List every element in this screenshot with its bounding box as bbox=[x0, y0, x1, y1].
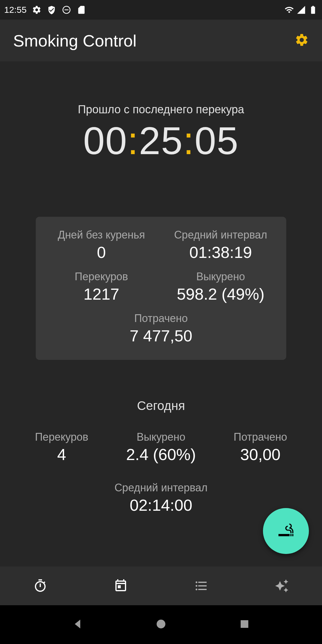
stat-label: Потрачено bbox=[48, 312, 274, 325]
log-smoke-fab[interactable] bbox=[263, 508, 309, 554]
smoking-icon bbox=[277, 522, 295, 540]
elapsed-timer: 00:25:05 bbox=[78, 118, 244, 163]
sd-status-icon bbox=[77, 5, 86, 15]
gear-icon bbox=[295, 33, 309, 47]
triangle-back-icon bbox=[71, 617, 84, 631]
main-content: Прошло с последнего перекура 00:25:05 Дн… bbox=[0, 61, 322, 566]
stat-value: 1217 bbox=[48, 285, 155, 303]
stat-value: 598.2 (49%) bbox=[167, 285, 274, 303]
stat-smoked: Выкурено 598.2 (49%) bbox=[167, 270, 274, 303]
stat-value: 02:14:00 bbox=[12, 496, 310, 514]
stat-label: Средний интервал bbox=[167, 229, 274, 241]
stat-value: 30,00 bbox=[211, 445, 310, 464]
stopwatch-icon bbox=[33, 579, 47, 593]
settings-button[interactable] bbox=[295, 33, 309, 48]
stat-label: Потрачено bbox=[211, 431, 310, 443]
system-nav bbox=[0, 605, 322, 644]
app-title: Smoking Control bbox=[13, 31, 137, 50]
elapsed-hh: 00 bbox=[83, 119, 128, 162]
elapsed-ss: 05 bbox=[194, 119, 239, 162]
svg-rect-1 bbox=[241, 620, 248, 628]
today-section: Сегодня Перекуров 4 Выкурено 2.4 (60%) П… bbox=[12, 399, 310, 514]
sparkle-chart-icon bbox=[275, 579, 289, 593]
stat-label: Дней без куренья bbox=[48, 229, 155, 241]
circle-status-icon bbox=[62, 5, 71, 15]
stat-label: Перекуров bbox=[48, 270, 155, 283]
stat-value: 4 bbox=[12, 445, 111, 464]
colon: : bbox=[183, 119, 194, 162]
elapsed-label: Прошло с последнего перекура bbox=[78, 103, 244, 116]
circle-home-icon bbox=[154, 617, 168, 631]
stat-value: 7 477,50 bbox=[48, 326, 274, 345]
list-icon bbox=[194, 579, 208, 593]
shield-status-icon bbox=[47, 5, 56, 15]
elapsed-mm: 25 bbox=[139, 119, 183, 162]
back-button[interactable] bbox=[71, 617, 84, 632]
nav-list[interactable] bbox=[161, 566, 242, 605]
home-button[interactable] bbox=[154, 617, 168, 632]
nav-stats[interactable] bbox=[242, 566, 322, 605]
svg-point-0 bbox=[157, 620, 165, 628]
today-breaks: Перекуров 4 bbox=[12, 431, 111, 464]
bottom-nav bbox=[0, 566, 322, 605]
stat-value: 01:38:19 bbox=[167, 243, 274, 261]
nav-calendar[interactable] bbox=[80, 566, 161, 605]
today-title: Сегодня bbox=[12, 399, 310, 413]
app-bar: Smoking Control bbox=[0, 20, 322, 61]
stat-label: Средний интервал bbox=[12, 482, 310, 494]
recents-button[interactable] bbox=[238, 617, 251, 632]
stat-avg-interval: Средний интервал 01:38:19 bbox=[167, 229, 274, 261]
wifi-icon bbox=[284, 5, 294, 15]
totals-card: Дней без куренья 0 Средний интервал 01:3… bbox=[36, 217, 286, 360]
colon: : bbox=[128, 119, 139, 162]
battery-icon bbox=[308, 5, 318, 15]
today-avg-interval: Средний интервал 02:14:00 bbox=[12, 482, 310, 514]
square-recents-icon bbox=[238, 617, 251, 631]
gear-status-icon bbox=[32, 5, 41, 15]
stat-breaks: Перекуров 1217 bbox=[48, 270, 155, 303]
stat-label: Выкурено bbox=[111, 431, 210, 443]
stat-value: 0 bbox=[48, 243, 155, 261]
clock: 12:55 bbox=[4, 5, 27, 15]
stat-spent: Потрачено 7 477,50 bbox=[48, 312, 274, 345]
today-spent: Потрачено 30,00 bbox=[211, 431, 310, 464]
calendar-icon bbox=[114, 579, 128, 593]
stat-value: 2.4 (60%) bbox=[111, 445, 210, 464]
signal-icon bbox=[296, 5, 306, 15]
elapsed-section: Прошло с последнего перекура 00:25:05 bbox=[78, 103, 244, 163]
nav-timer[interactable] bbox=[0, 566, 80, 605]
stat-label: Перекуров bbox=[12, 431, 111, 443]
stat-days: Дней без куренья 0 bbox=[48, 229, 155, 261]
status-bar: 12:55 bbox=[0, 0, 322, 20]
today-smoked: Выкурено 2.4 (60%) bbox=[111, 431, 210, 464]
stat-label: Выкурено bbox=[167, 270, 274, 283]
